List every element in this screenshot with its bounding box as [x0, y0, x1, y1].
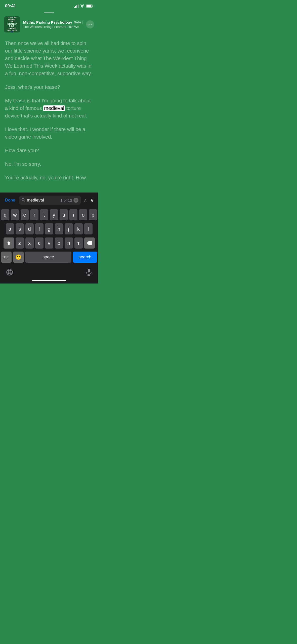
key-p[interactable]: p	[89, 209, 97, 220]
podcast-subtitle: The Weirdest Thing I Learned This We	[23, 25, 83, 29]
podcast-title: Myths, Parking Psychology Natu E	[23, 20, 83, 24]
transcript-paragraph-1: Jess, what's your tease?	[5, 83, 93, 91]
key-m[interactable]: m	[74, 237, 83, 249]
find-bar: Done medieval 1 of 13 × ∧ ∨	[0, 192, 98, 208]
bottom-bar	[0, 265, 98, 278]
key-i[interactable]: i	[69, 209, 78, 220]
podcast-more-button[interactable]: ···	[86, 20, 94, 28]
key-v[interactable]: v	[45, 237, 53, 249]
podcast-thumbnail: POPULAR SCIENCETHEWEIRDESTTHING ILEARNED…	[4, 16, 20, 32]
key-k[interactable]: k	[74, 223, 83, 234]
key-d[interactable]: d	[25, 223, 34, 234]
keyboard-row-1: q w e r t y u i o p	[0, 208, 98, 222]
key-emoji[interactable]: 🙂	[13, 252, 24, 263]
keyboard-row-2: a s d f g h j k l	[0, 222, 98, 236]
key-numbers[interactable]: 123	[1, 252, 12, 263]
mic-button[interactable]	[86, 269, 92, 277]
key-b[interactable]: b	[55, 237, 63, 249]
key-t[interactable]: t	[40, 209, 48, 220]
explicit-badge: E	[82, 20, 83, 24]
find-done-button[interactable]: Done	[4, 198, 16, 203]
key-y[interactable]: y	[50, 209, 58, 220]
svg-rect-2	[87, 5, 92, 7]
keyboard-row-4: 123 🙂 space search	[0, 250, 98, 265]
svg-rect-1	[92, 6, 93, 7]
transcript-area: Then once we've all had time to spin our…	[0, 35, 98, 192]
key-u[interactable]: u	[60, 209, 68, 220]
key-f[interactable]: f	[35, 223, 44, 234]
key-r[interactable]: r	[30, 209, 38, 220]
key-g[interactable]: g	[45, 223, 53, 234]
key-shift[interactable]	[4, 237, 14, 249]
find-navigation: ∧ ∨	[83, 197, 94, 203]
find-search-icon	[21, 198, 25, 203]
svg-rect-12	[88, 269, 90, 272]
key-x[interactable]: x	[25, 237, 34, 249]
highlight-medieval: medieval	[43, 105, 65, 111]
transcript-paragraph-2: My tease is that I'm going to talk about…	[5, 97, 93, 119]
key-q[interactable]: q	[1, 209, 9, 220]
wifi-icon	[80, 4, 84, 8]
status-icons	[74, 4, 93, 8]
key-s[interactable]: s	[16, 223, 24, 234]
home-indicator-bar	[32, 280, 66, 281]
podcast-info: Myths, Parking Psychology Natu E The Wei…	[23, 20, 83, 29]
key-search[interactable]: search	[73, 252, 97, 263]
key-backspace[interactable]	[84, 237, 95, 249]
transcript-paragraph-3: I love that. I wonder if there will be a…	[5, 126, 93, 141]
transcript-paragraph-0: Then once we've all had time to spin our…	[5, 39, 93, 77]
key-n[interactable]: n	[65, 237, 73, 249]
key-c[interactable]: c	[35, 237, 44, 249]
transcript-paragraph-4: How dare you?	[5, 147, 93, 154]
podcast-thumb-label: POPULAR SCIENCETHEWEIRDESTTHING ILEARNED…	[4, 16, 20, 32]
key-e[interactable]: e	[21, 209, 29, 220]
signal-icon	[74, 5, 78, 8]
key-h[interactable]: h	[55, 223, 63, 234]
more-icon: ···	[88, 22, 92, 27]
key-z[interactable]: z	[16, 237, 24, 249]
battery-icon	[86, 4, 93, 8]
find-clear-button[interactable]: ×	[73, 198, 78, 203]
key-a[interactable]: a	[6, 223, 14, 234]
home-indicator	[0, 278, 98, 284]
find-input-text[interactable]: medieval	[27, 198, 59, 203]
find-prev-button[interactable]: ∧	[83, 197, 87, 203]
keyboard[interactable]: q w e r t y u i o p a s d f g h j k l z …	[0, 208, 98, 265]
key-w[interactable]: w	[11, 209, 19, 220]
drag-handle-bar	[44, 12, 54, 13]
globe-button[interactable]	[6, 269, 13, 277]
keyboard-row-3: z x c v b n m	[0, 236, 98, 250]
drag-handle[interactable]	[0, 10, 98, 14]
status-time: 09:41	[5, 4, 16, 9]
find-count: 1 of 13	[60, 198, 72, 203]
find-next-button[interactable]: ∨	[90, 197, 94, 203]
key-l[interactable]: l	[84, 223, 93, 234]
key-space[interactable]: space	[25, 252, 71, 263]
key-j[interactable]: j	[65, 223, 73, 234]
podcast-header: POPULAR SCIENCETHEWEIRDESTTHING ILEARNED…	[0, 14, 98, 35]
svg-line-4	[24, 200, 25, 202]
transcript-paragraph-5: No, I'm so sorry.	[5, 160, 93, 168]
transcript-paragraph-6: You're actually, no, you're right. How	[5, 174, 93, 181]
key-o[interactable]: o	[79, 209, 87, 220]
status-bar: 09:41	[0, 0, 98, 10]
find-input-container[interactable]: medieval 1 of 13 ×	[19, 196, 81, 205]
